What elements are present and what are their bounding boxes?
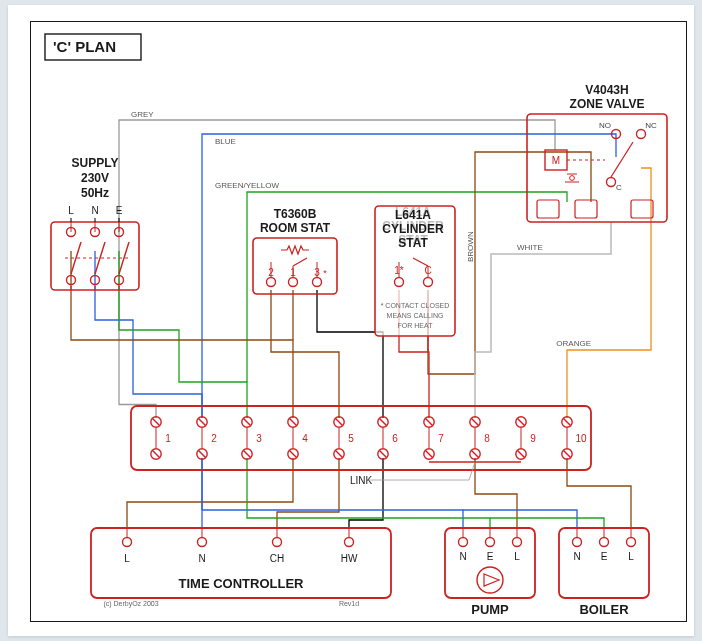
rev: Rev1d (339, 600, 359, 607)
pump-label: PUMP (471, 602, 509, 617)
svg-rect-43 (575, 200, 597, 218)
svg-line-20 (293, 258, 307, 266)
supply-label: SUPPLY (72, 156, 119, 170)
wire-rs3-j6 (317, 290, 383, 418)
junction-block (131, 406, 591, 470)
title-text: 'C' PLAN (53, 38, 116, 55)
wire-brown-label: BROWN (466, 231, 475, 262)
supply-freq: 50Hz (81, 186, 109, 200)
wire-blue-label: BLUE (215, 137, 236, 146)
svg-text:3: 3 (256, 433, 262, 444)
svg-text:N: N (459, 551, 466, 562)
svg-text:4: 4 (302, 433, 308, 444)
wire-pump-N (202, 510, 463, 528)
svg-text:7: 7 (438, 433, 444, 444)
svg-text:9: 9 (530, 433, 536, 444)
boiler-box (559, 528, 649, 598)
svg-text:L: L (514, 551, 520, 562)
svg-point-46 (570, 176, 575, 181)
junction-terminals: 1 2 3 4 (151, 417, 587, 459)
credit: (c) DerbyOz 2003 (103, 600, 158, 608)
room-stat-model: T6360B (274, 207, 317, 221)
wire-orange-label: ORANGE (556, 339, 591, 348)
svg-text:STAT: STAT (398, 236, 428, 250)
wiring-diagram-svg: 'C' PLAN GREY BLUE GREEN/YELLOW BROWN (31, 22, 688, 623)
supply-L: L (68, 205, 74, 216)
wire-boiler-N (463, 510, 577, 528)
supply-N: N (91, 205, 98, 216)
svg-text:6: 6 (392, 433, 398, 444)
wire-boiler-E (490, 518, 604, 528)
svg-text:C: C (616, 183, 622, 192)
svg-text:MEANS CALLING: MEANS CALLING (387, 312, 444, 319)
svg-text:CH: CH (270, 553, 284, 564)
svg-text:L: L (124, 553, 130, 564)
time-controller-label: TIME CONTROLLER (179, 576, 305, 591)
svg-text:CYLINDER: CYLINDER (382, 222, 444, 236)
svg-text:E: E (601, 551, 608, 562)
pump-box (445, 528, 535, 598)
svg-text:M: M (552, 155, 560, 166)
svg-text:* CONTACT CLOSED: * CONTACT CLOSED (381, 302, 450, 309)
wire-white-label: WHITE (517, 243, 543, 252)
wire-gy-label: GREEN/YELLOW (215, 181, 279, 190)
wire-pump-E (247, 458, 490, 528)
zone-valve-label: ZONE VALVE (570, 97, 645, 111)
diagram-frame: 'C' PLAN GREY BLUE GREEN/YELLOW BROWN (30, 21, 687, 622)
wire-brown-supplyL (71, 251, 293, 418)
boiler-label: BOILER (579, 602, 629, 617)
svg-text:NC: NC (645, 121, 657, 130)
svg-text:1: 1 (165, 433, 171, 444)
svg-text:N: N (573, 551, 580, 562)
svg-text:HW: HW (341, 553, 358, 564)
wire-grey-label: GREY (131, 110, 154, 119)
wire-rs2-j5 (271, 290, 339, 418)
svg-rect-42 (537, 200, 559, 218)
wire-orange (567, 168, 651, 418)
svg-text:E: E (487, 551, 494, 562)
supply-E: E (116, 205, 123, 216)
svg-rect-44 (631, 200, 653, 218)
svg-text:10: 10 (575, 433, 587, 444)
svg-text:N: N (198, 553, 205, 564)
wire-white (475, 222, 611, 418)
svg-text:*: * (323, 268, 327, 278)
zone-valve-model: V4043H (585, 83, 628, 97)
svg-text:LINK: LINK (350, 475, 373, 486)
svg-text:2: 2 (211, 433, 217, 444)
supply-voltage: 230V (81, 171, 109, 185)
svg-text:FOR HEAT: FOR HEAT (398, 322, 434, 329)
wire-blue-supply (95, 251, 202, 418)
svg-text:NO: NO (599, 121, 611, 130)
svg-text:5: 5 (348, 433, 354, 444)
room-stat-label: ROOM STAT (260, 221, 331, 235)
svg-text:L641A: L641A (395, 208, 431, 222)
svg-text:L: L (628, 551, 634, 562)
svg-line-71 (469, 462, 475, 480)
svg-text:8: 8 (484, 433, 490, 444)
svg-line-40 (611, 142, 633, 177)
